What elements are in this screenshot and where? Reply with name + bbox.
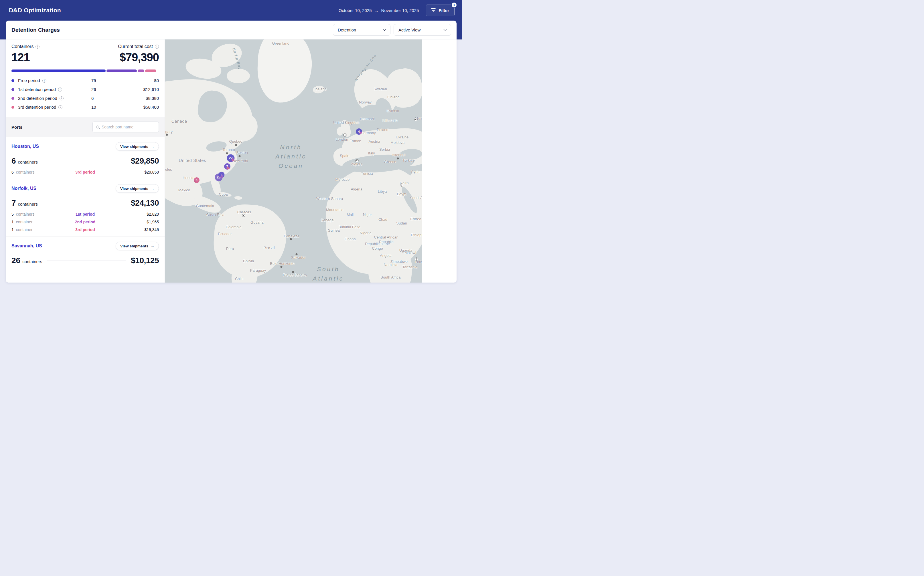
map-label-tunisia: Tunisia [361,171,373,175]
map-label-serbia: Serbia [379,147,390,152]
view-shipments-button[interactable]: View shipments→ [116,184,159,193]
port-search-input[interactable] [102,125,155,129]
world-map[interactable]: GreenlandBaffin BayNorwegian SeaIcelandS… [165,40,422,283]
city-dot [296,253,298,255]
period-name: 1st period [61,212,110,216]
map-cluster-marker-6[interactable]: 6 [194,177,199,183]
ports-label: Ports [11,125,22,130]
map-label-chile: Chile [235,276,244,280]
summary-stats: Containers i Current total cost i 121 $7… [6,40,165,117]
port-name-link[interactable]: Houston, US [11,144,39,149]
dropdown-detention[interactable]: Detention [333,24,390,36]
map-label-austria: Austria [369,139,380,144]
map-label-spain: Spain [340,154,349,158]
map-label-libya: Libya [378,189,387,194]
page-title: Detention Charges [11,27,60,33]
legend-count: 79 [91,78,124,83]
capital-city-dot [400,184,403,187]
map-label-sudan: Sudan [396,221,407,225]
port-container-count: 7containers [11,198,38,208]
legend-cost: $8,380 [124,96,159,101]
legend-period-name: 3rd detention period [18,105,56,110]
bar-segment-4 [145,69,156,72]
panel-content: Containers i Current total cost i 121 $7… [6,40,457,283]
search-icon [96,126,99,128]
container-count-value: 26 [11,256,20,265]
map-city-label-quebec: Quebec [229,139,242,144]
map-cluster-marker-7[interactable]: 7 [224,163,230,170]
legend-info-icon[interactable]: i [58,105,63,109]
map-cluster-marker-5[interactable]: 5 [218,172,225,178]
map-label-paraguay: Paraguay [250,268,266,272]
map-label-namibia: Namibia [384,262,398,267]
map-right-margin [422,40,457,283]
panel-toolbar: Detention Charges DetentionActive View [6,21,457,40]
map-cluster-marker-27[interactable]: 27 [227,154,235,162]
map-label-south-atlantic: South Atlantic [313,265,344,283]
map-label-saudi-arabia: Saudi Arabia [410,195,422,200]
container-count-unit: containers [22,259,42,264]
map-label-germany: Germany [360,130,375,135]
map-city-label-los-angeles: Los Angeles [165,167,172,171]
date-range[interactable]: October 10, 2025 → November 10, 2025 [338,8,419,13]
cost-info-icon[interactable]: i [155,45,159,49]
map-label-republic-of-the-congo: Republic of the Congo [363,242,393,251]
period-distribution-bar [11,69,159,72]
map-city-label-london: London [336,137,348,141]
map-label-bolivia: Bolivia [243,259,254,263]
map-label-mauritania: Mauritania [326,208,343,212]
container-count-value: 7 [11,198,16,208]
port-name-link[interactable]: Norfolk, US [11,186,36,191]
header-right: October 10, 2025 → November 10, 2025 Fil… [338,5,454,16]
map-label-western-sahara: Western Sahara [314,197,344,201]
map-label-angola: Angola [380,253,391,258]
landmass [234,196,242,200]
container-count-unit: containers [18,202,38,206]
port-name-link[interactable]: Savannah, US [11,243,42,248]
divider-line [47,261,126,261]
port-total-cost: $10,125 [131,256,159,265]
map-label-peru: Peru [226,246,234,251]
period-cost: $1,965 [110,220,159,224]
city-dot [281,266,282,268]
legend-period-name: 2nd detention period [18,96,57,101]
map-label-mexico: Mexico [178,188,190,192]
period-name: 3rd period [61,170,110,174]
legend-row: Free periodi79$0 [11,76,159,85]
map-label-niger: Niger [363,213,372,217]
legend-info-icon[interactable]: i [42,78,47,83]
dropdown-active-view[interactable]: Active View [394,24,451,36]
container-count-value: 6 [11,157,16,166]
map-label-guyana: Guyana [250,220,264,224]
filter-button[interactable]: Filter 1 [426,5,454,16]
capital-city-dot [415,258,418,261]
map-label-syria: Syria [411,169,420,174]
view-shipments-button[interactable]: View shipments→ [116,242,159,250]
period-count-value: 5 [11,212,14,216]
map-city-label-salvador: Salvador [291,255,305,259]
toolbar-dropdowns: DetentionActive View [333,24,451,36]
containers-label: Containers [11,44,34,49]
port-card: Savannah, USView shipments→26containers$… [6,237,165,270]
view-shipments-button[interactable]: View shipments→ [116,142,159,151]
period-row-count: 1container [11,227,61,232]
legend-info-icon[interactable]: i [58,88,62,91]
map-label-ecuador: Ecuador [218,232,232,236]
map-label-italy: Italy [368,151,375,155]
city-dot [226,152,228,154]
port-card-summary: 6containers$29,850 [11,157,159,166]
legend-info-icon[interactable]: i [59,96,64,101]
map-cluster-marker-4[interactable]: 4 [356,128,362,135]
legend-label: 2nd detention periodi [11,96,91,101]
period-count-unit: containers [16,212,35,216]
map-label-nigeria: Nigeria [360,230,372,235]
map-label-burkina-faso: Burkina Faso [338,224,360,229]
period-row-count: 6containers [11,170,61,174]
legend-dot-icon [11,88,14,91]
date-range-end: November 10, 2025 [381,8,419,13]
view-shipments-label: View shipments [120,244,148,248]
containers-info-icon[interactable]: i [35,45,40,49]
period-row: 6containers3rd period$29,850 [11,170,159,174]
port-container-count: 6containers [11,157,38,166]
date-range-start: October 10, 2025 [338,8,372,13]
